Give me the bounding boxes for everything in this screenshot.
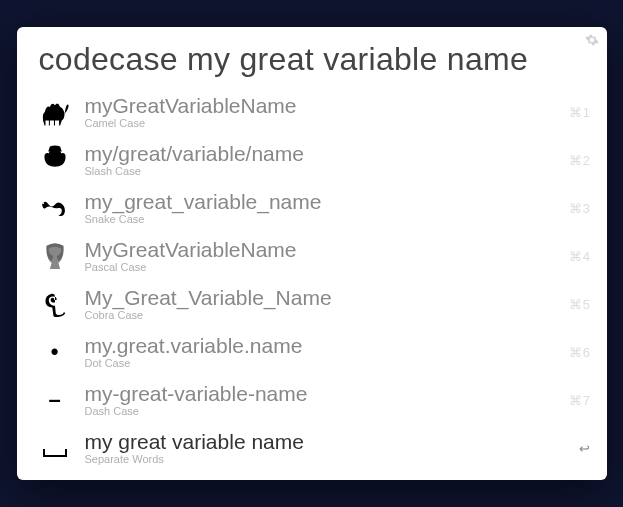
result-row[interactable]: myGreatVariableName Camel Case ⌘1 (17, 88, 607, 136)
result-text: myGreatVariableName (85, 94, 562, 117)
result-text: my great variable name (85, 430, 572, 453)
svg-point-1 (42, 203, 43, 204)
result-text: my.great.variable.name (85, 334, 562, 357)
result-shortcut: ⌘7 (561, 393, 590, 408)
result-text-cell: My_Great_Variable_Name Cobra Case (75, 286, 562, 322)
result-shortcut: ⌘4 (561, 249, 590, 264)
result-shortcut: ⌘1 (561, 105, 590, 120)
result-subtitle: Camel Case (85, 117, 562, 130)
result-subtitle: Cobra Case (85, 309, 562, 322)
result-row[interactable]: my.great.variable.name Dot Case ⌘6 (17, 328, 607, 376)
result-text: MyGreatVariableName (85, 238, 562, 261)
snake-icon (35, 188, 75, 228)
result-text-cell: MyGreatVariableName Pascal Case (75, 238, 562, 274)
result-text: My_Great_Variable_Name (85, 286, 562, 309)
result-text: my/great/variable/name (85, 142, 562, 165)
result-shortcut: ⌘6 (561, 345, 590, 360)
result-subtitle: Dot Case (85, 357, 562, 370)
result-subtitle: Separate Words (85, 453, 572, 466)
result-row[interactable]: My_Great_Variable_Name Cobra Case ⌘5 (17, 280, 607, 328)
camel-icon (35, 92, 75, 132)
result-row[interactable]: my/great/variable/name Slash Case ⌘2 (17, 136, 607, 184)
result-text-cell: my_great_variable_name Snake Case (75, 190, 562, 226)
slash-person-icon (35, 140, 75, 180)
result-row[interactable]: my great variable name Separate Words ↩ (17, 424, 607, 472)
result-shortcut: ⌘5 (561, 297, 590, 312)
result-row[interactable]: my-great-variable-name Dash Case ⌘7 (17, 376, 607, 424)
cobra-icon (35, 284, 75, 324)
query-input[interactable]: codecase my great variable name (17, 27, 607, 88)
dash-icon (35, 380, 75, 420)
result-subtitle: Snake Case (85, 213, 562, 226)
result-text: my_great_variable_name (85, 190, 562, 213)
space-icon (35, 428, 75, 468)
result-text-cell: my/great/variable/name Slash Case (75, 142, 562, 178)
result-shortcut: ⌘3 (561, 201, 590, 216)
result-text-cell: my.great.variable.name Dot Case (75, 334, 562, 370)
result-subtitle: Pascal Case (85, 261, 562, 274)
result-subtitle: Slash Case (85, 165, 562, 178)
result-shortcut: ↩ (571, 441, 591, 456)
result-text: my-great-variable-name (85, 382, 562, 405)
results-list: myGreatVariableName Camel Case ⌘1 my/gre… (17, 88, 607, 472)
result-shortcut: ⌘2 (561, 153, 590, 168)
dot-icon (35, 332, 75, 372)
gear-icon[interactable] (585, 33, 599, 50)
result-row[interactable]: MyGreatVariableName Pascal Case ⌘4 (17, 232, 607, 280)
result-text-cell: my great variable name Separate Words (75, 430, 572, 466)
result-subtitle: Dash Case (85, 405, 562, 418)
result-text-cell: my-great-variable-name Dash Case (75, 382, 562, 418)
launcher-panel: codecase my great variable name myGreatV… (17, 27, 607, 480)
result-text-cell: myGreatVariableName Camel Case (75, 94, 562, 130)
result-row[interactable]: my_great_variable_name Snake Case ⌘3 (17, 184, 607, 232)
pascal-bust-icon (35, 236, 75, 276)
